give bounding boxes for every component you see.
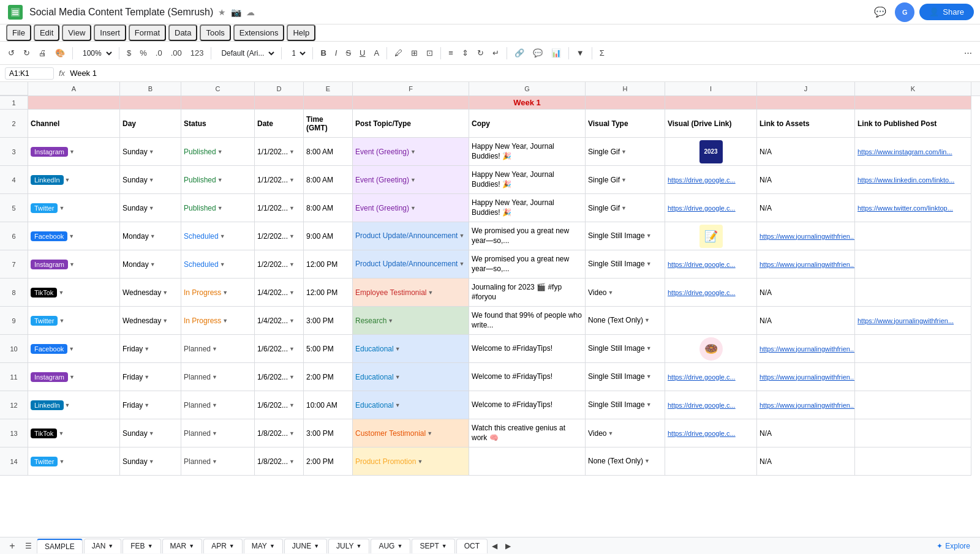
topic-dropdown-12[interactable]: ▼	[395, 402, 401, 408]
status-dropdown-4[interactable]: ▼	[217, 177, 223, 183]
header-status[interactable]: Status	[181, 110, 255, 138]
cell-topic-11[interactable]: Educational ▼	[353, 363, 469, 391]
cell-link-assets-3[interactable]: N/A	[757, 138, 855, 166]
status-dropdown-12[interactable]: ▼	[212, 402, 217, 408]
published-link-3[interactable]: https://www.instagram.com/lin...	[858, 148, 952, 155]
menu-data[interactable]: Data	[168, 24, 197, 41]
cell-day-9[interactable]: Wednesday ▼	[120, 307, 181, 335]
topic-dropdown-7[interactable]: ▼	[459, 261, 464, 268]
cell-status-4[interactable]: Published ▼	[181, 166, 255, 194]
col-header-h[interactable]: H	[586, 82, 665, 95]
spreadsheet[interactable]: A B C D E F G H I J K 1 2 3 4 5 6 7 8 9 …	[0, 82, 980, 537]
date-dropdown-14[interactable]: ▼	[289, 459, 295, 465]
cell-visual-type-11[interactable]: Single Still Image ▼	[586, 363, 665, 391]
cell-date-11[interactable]: 1/6/202... ▼	[255, 363, 304, 391]
cell-link-assets-4[interactable]: N/A	[757, 166, 855, 194]
vt-dropdown-6[interactable]: ▼	[646, 233, 652, 240]
drive-link-5[interactable]: https://drive.google.c...	[668, 204, 736, 212]
header-date[interactable]: Date	[255, 110, 304, 138]
cell-visual-type-7[interactable]: Single Still Image ▼	[586, 250, 665, 279]
col-header-g[interactable]: G	[469, 82, 586, 95]
cell-link-published-14[interactable]	[855, 447, 971, 476]
format-num-button[interactable]: 123	[187, 47, 207, 59]
topic-dropdown-6[interactable]: ▼	[459, 233, 464, 240]
menu-format[interactable]: Format	[129, 24, 166, 41]
channel-dropdown-9[interactable]: ▼	[59, 318, 64, 324]
vt-dropdown-9[interactable]: ▼	[644, 317, 650, 324]
star-icon[interactable]: ★	[218, 7, 226, 17]
cell-visual-drive-12[interactable]: https://drive.google.c...	[665, 391, 757, 419]
cell-time-11[interactable]: 2:00 PM	[304, 363, 353, 391]
cell-copy-6[interactable]: We promised you a great new year—so,...	[469, 222, 586, 250]
col-header-b[interactable]: B	[120, 82, 181, 95]
cell-channel-11[interactable]: Instagram ▼	[28, 363, 120, 391]
topic-dropdown-5[interactable]: ▼	[410, 205, 416, 211]
topic-dropdown-13[interactable]: ▼	[427, 430, 432, 436]
cell-date-5[interactable]: 1/1/202... ▼	[255, 194, 304, 222]
cell-date-13[interactable]: 1/8/202... ▼	[255, 419, 304, 447]
assets-link-10[interactable]: https://www.journalingwithfrien...	[760, 345, 855, 353]
menu-extensions[interactable]: Extensions	[233, 24, 285, 41]
cell-status-14[interactable]: Planned ▼	[181, 447, 255, 476]
date-dropdown-7[interactable]: ▼	[289, 261, 295, 268]
cell-time-14[interactable]: 2:00 PM	[304, 447, 353, 476]
status-dropdown-6[interactable]: ▼	[220, 233, 225, 239]
channel-dropdown-11[interactable]: ▼	[69, 374, 75, 380]
menu-file[interactable]: File	[6, 24, 31, 41]
status-dropdown-14[interactable]: ▼	[212, 459, 217, 465]
cell-visual-drive-3[interactable]: 2023	[665, 138, 757, 166]
header-time[interactable]: Time(GMT)	[304, 110, 353, 138]
header-day[interactable]: Day	[120, 110, 181, 138]
header-link-assets[interactable]: Link to Assets	[757, 110, 855, 138]
col-header-a[interactable]: A	[28, 82, 120, 95]
menu-insert[interactable]: Insert	[94, 24, 126, 41]
day-dropdown-5[interactable]: ▼	[149, 205, 154, 211]
camera-icon[interactable]: 📷	[231, 7, 241, 17]
col-header-c[interactable]: C	[181, 82, 255, 95]
chat-icon[interactable]: 💬	[870, 2, 890, 22]
cell-day-3[interactable]: Sunday ▼	[120, 138, 181, 166]
cell-topic-12[interactable]: Educational ▼	[353, 391, 469, 419]
vt-dropdown-5[interactable]: ▼	[621, 205, 627, 211]
cell-copy-3[interactable]: Happy New Year, Journal Buddies! 🎉	[469, 138, 586, 166]
channel-dropdown-7[interactable]: ▼	[69, 261, 75, 268]
cell-day-8[interactable]: Wednesday ▼	[120, 279, 181, 307]
cell-link-published-13[interactable]	[855, 419, 971, 447]
profile-icon[interactable]: G	[895, 2, 914, 22]
cell-copy-10[interactable]: Welcome to #FridayTips!	[469, 335, 586, 363]
cell-link-assets-9[interactable]: N/A	[757, 307, 855, 335]
published-link-5[interactable]: https://www.twitter.com/linktop...	[858, 204, 953, 212]
cell-channel-13[interactable]: TikTok ▼	[28, 419, 120, 447]
date-dropdown-12[interactable]: ▼	[289, 402, 295, 408]
cell-topic-10[interactable]: Educational ▼	[353, 335, 469, 363]
cell-copy-4[interactable]: Happy New Year, Journal Buddies! 🎉	[469, 166, 586, 194]
published-link-9[interactable]: https://www.journalingwithfrien...	[858, 317, 954, 324]
assets-link-12[interactable]: https://www.journalingwithfrien...	[760, 402, 855, 409]
cell-day-11[interactable]: Friday ▼	[120, 363, 181, 391]
cell-visual-type-5[interactable]: Single Gif ▼	[586, 194, 665, 222]
col-header-e[interactable]: E	[304, 82, 353, 95]
cell-status-7[interactable]: Scheduled ▼	[181, 250, 255, 279]
decimal-inc-button[interactable]: .00	[168, 47, 185, 59]
cell-day-7[interactable]: Monday ▼	[120, 250, 181, 279]
header-link-published[interactable]: Link to Published Post	[855, 110, 971, 138]
cell-topic-9[interactable]: Research ▼	[353, 307, 469, 335]
cell-day-5[interactable]: Sunday ▼	[120, 194, 181, 222]
cell-date-7[interactable]: 1/2/202... ▼	[255, 250, 304, 279]
date-dropdown-11[interactable]: ▼	[289, 374, 295, 380]
cell-link-published-10[interactable]	[855, 335, 971, 363]
font-size-select[interactable]: 12 10 14	[286, 47, 308, 60]
italic-button[interactable]: I	[332, 47, 341, 59]
cell-status-8[interactable]: In Progress ▼	[181, 279, 255, 307]
day-dropdown-7[interactable]: ▼	[150, 261, 156, 268]
cell-topic-7[interactable]: Product Update/Announcement ▼	[353, 250, 469, 279]
cell-a1[interactable]	[28, 96, 120, 110]
menu-tools[interactable]: Tools	[200, 24, 230, 41]
cell-topic-4[interactable]: Event (Greeting) ▼	[353, 166, 469, 194]
cell-channel-4[interactable]: LinkedIn ▼	[28, 166, 120, 194]
cell-time-9[interactable]: 3:00 PM	[304, 307, 353, 335]
status-dropdown-9[interactable]: ▼	[222, 318, 228, 324]
chart-button[interactable]: 📊	[548, 47, 564, 59]
cell-date-14[interactable]: 1/8/202... ▼	[255, 447, 304, 476]
status-dropdown-11[interactable]: ▼	[212, 374, 217, 380]
